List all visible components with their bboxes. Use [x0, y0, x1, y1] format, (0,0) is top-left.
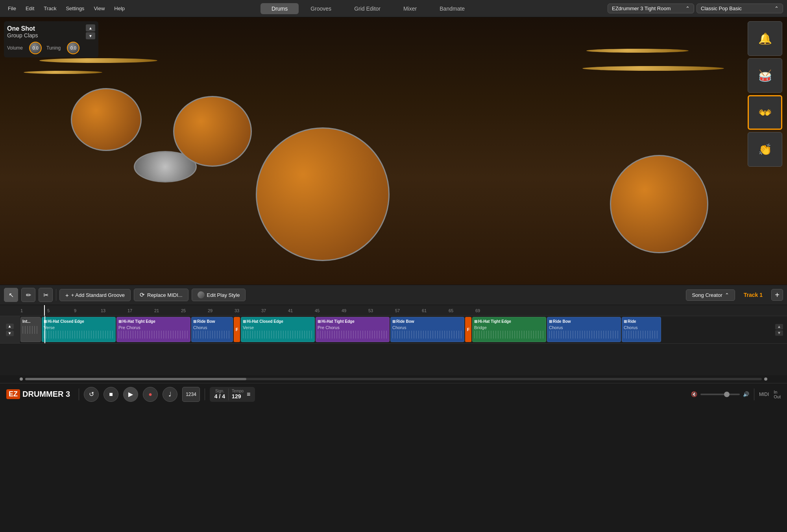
seg-chorus-2-header: ⊞Ride Bow	[391, 317, 464, 325]
ride-cymbal	[582, 66, 724, 71]
play-btn[interactable]: ▶	[123, 387, 138, 402]
seg-chorus-1-header: ⊞Ride Bow	[192, 317, 233, 325]
volume-knob[interactable]: 0.0	[29, 42, 42, 54]
time-sig-label: Sign.	[214, 389, 225, 393]
select-tool-btn[interactable]: ↖	[4, 288, 18, 302]
snare-icon: 🥁	[758, 69, 772, 82]
bass-drum	[256, 127, 390, 261]
seg-intro[interactable]: Int...	[20, 317, 41, 342]
cowbell-icon: 🔔	[758, 32, 772, 45]
menu-edit[interactable]: Edit	[22, 4, 38, 13]
stop-icon: ■	[109, 391, 113, 398]
record-btn[interactable]: ●	[143, 387, 158, 402]
seg-prechorus-1[interactable]: ⊞Hi-Hat Tight Edge Pre Chorus	[116, 317, 190, 342]
tuning-label: Tuning	[46, 45, 61, 51]
seg-bridge[interactable]: ⊞Hi-Hat Tight Edge Bridge	[472, 317, 546, 342]
seg-bridge-label: Bridge	[473, 325, 546, 330]
toolbar: ↖ ✏ ✂ + + Add Standard Groove ⟳ Replace …	[0, 285, 787, 305]
speaker-icon: 🔊	[743, 391, 749, 397]
track-segments[interactable]: Int... ⊞Hi-Hat Closed Edge Verse ⊞Hi-Hat…	[20, 316, 787, 343]
seg-verse-1[interactable]: ⊞Hi-Hat Closed Edge Verse	[42, 317, 116, 342]
scissors-tool-btn[interactable]: ✂	[39, 288, 53, 302]
track-scroll-up[interactable]: ▲	[775, 324, 783, 330]
hihat-cymbal	[24, 71, 102, 74]
group-claps-label: Group Claps	[7, 32, 38, 39]
edit-play-style-btn[interactable]: Edit Play Style	[192, 289, 246, 301]
countin-btn[interactable]: 1234	[182, 387, 200, 402]
seg-prechorus-1-pattern	[118, 331, 188, 339]
one-shot-up-btn[interactable]: ▲	[86, 24, 95, 31]
in-label: In	[774, 390, 781, 394]
menu-bar: File Edit Track Settings View Help Drums…	[0, 0, 787, 17]
scroll-right-dot[interactable]	[764, 377, 767, 381]
one-shot-header: One Shot Group Claps ▲ ▼	[7, 24, 95, 39]
pencil-icon: ✏	[26, 291, 31, 299]
volume-slider[interactable]	[700, 394, 740, 395]
timeline-num-49: 49	[342, 308, 346, 313]
tab-bandmate[interactable]: Bandmate	[429, 3, 476, 14]
menu-settings[interactable]: Settings	[62, 4, 88, 13]
seg-prechorus-2[interactable]: ⊞Hi-Hat Tight Edge Pre Chorus	[316, 317, 390, 342]
scrollbar-thumb[interactable]	[25, 378, 246, 380]
one-shot-title: One Shot	[7, 25, 38, 32]
tab-drums[interactable]: Drums	[260, 3, 299, 14]
tab-grooves[interactable]: Grooves	[299, 3, 342, 14]
seg-verse-2-pattern	[243, 331, 313, 339]
toolbar-separator-1	[56, 289, 56, 301]
menu-view[interactable]: View	[90, 4, 109, 13]
seg-verse-2[interactable]: ⊞Hi-Hat Closed Edge Verse	[241, 317, 315, 342]
track-playhead	[44, 316, 45, 343]
f-marker-1[interactable]: F	[234, 317, 240, 342]
seg-verse-2-label: Verse	[241, 325, 314, 330]
scrollbar-track[interactable]	[25, 378, 762, 380]
timeline-num-29: 29	[208, 308, 212, 313]
instrument-thumb-1[interactable]: 🔔	[748, 21, 782, 56]
tabs: Drums Grooves Grid Editor Mixer Bandmate	[130, 3, 606, 14]
loop-btn[interactable]: ↺	[84, 387, 99, 402]
tab-grid-editor[interactable]: Grid Editor	[343, 3, 392, 14]
stop-btn[interactable]: ■	[103, 387, 118, 402]
timeline-num-65: 65	[449, 308, 453, 313]
hands-icon: 👐	[758, 106, 772, 119]
ez-box: EZ	[6, 389, 20, 399]
chevron-icon-2: ⌃	[774, 6, 779, 11]
style-preset-select[interactable]: Classic Pop Basic ⌃	[696, 4, 783, 13]
menu-track[interactable]: Track	[40, 4, 60, 13]
style-preset-label: Classic Pop Basic	[701, 6, 742, 11]
tuning-knob[interactable]: 0.0	[67, 42, 79, 54]
add-standard-groove-btn[interactable]: + + Add Standard Groove	[59, 289, 131, 301]
seg-chorus-4[interactable]: ⊞Ride Chorus	[622, 317, 661, 342]
replace-midi-btn[interactable]: ⟳ Replace MIDI...	[134, 289, 188, 301]
metronome-icon: ♩	[168, 390, 172, 398]
pencil-tool-btn[interactable]: ✏	[21, 288, 35, 302]
add-track-btn[interactable]: +	[771, 289, 783, 301]
seg-chorus-2[interactable]: ⊞Ride Bow Chorus	[390, 317, 464, 342]
instrument-thumb-3[interactable]: 👐	[748, 95, 782, 130]
track-up-btn[interactable]: ▲	[6, 324, 14, 329]
scroll-left-dot[interactable]	[20, 377, 23, 381]
track-down-btn[interactable]: ▼	[6, 331, 14, 336]
instrument-thumb-4[interactable]: 👏	[748, 132, 782, 167]
seg-verse-1-header: ⊞Hi-Hat Closed Edge	[42, 317, 115, 325]
menu-file[interactable]: File	[4, 4, 20, 13]
tab-mixer[interactable]: Mixer	[392, 3, 428, 14]
replace-icon: ⟳	[140, 291, 145, 298]
seg-chorus-1[interactable]: ⊞Ride Bow Chorus	[191, 317, 233, 342]
seg-verse-2-header: ⊞Hi-Hat Closed Edge	[241, 317, 314, 325]
metronome-btn[interactable]: ♩	[163, 387, 177, 402]
song-creator-btn[interactable]: Song Creator ⌃	[686, 289, 735, 301]
track-scroll-controls: ▲ ▼	[775, 324, 783, 336]
timeline-num-53: 53	[368, 308, 373, 313]
room-preset-select[interactable]: EZdrummer 3 Tight Room ⌃	[608, 4, 694, 13]
seg-bridge-pattern	[474, 331, 544, 339]
one-shot-down-btn[interactable]: ▼	[86, 32, 95, 39]
track-scroll-down[interactable]: ▼	[775, 330, 783, 336]
add-groove-label: + Add Standard Groove	[71, 292, 125, 298]
f-marker-2[interactable]: F	[465, 317, 471, 342]
volume-off-icon[interactable]: 🔇	[691, 391, 697, 397]
volume-slider-thumb[interactable]	[724, 392, 730, 397]
seg-chorus-3[interactable]: ⊞Ride Bow Chorus	[547, 317, 621, 342]
instrument-thumb-2[interactable]: 🥁	[748, 58, 782, 93]
menu-help[interactable]: Help	[110, 4, 129, 13]
tempo-bars-icon[interactable]: ≡	[247, 391, 250, 398]
